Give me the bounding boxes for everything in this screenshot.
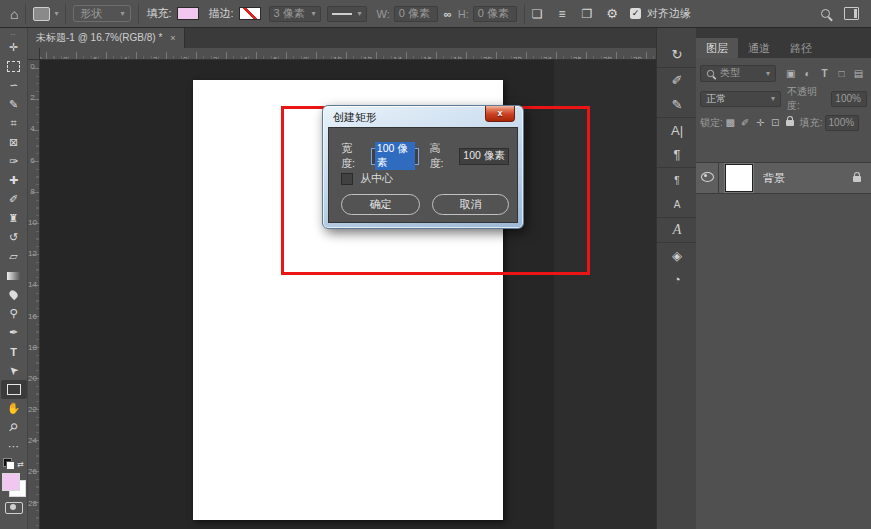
eye-icon bbox=[701, 172, 714, 182]
cancel-button[interactable]: 取消 bbox=[432, 194, 509, 215]
align-edges-checkbox[interactable]: ✓ bbox=[630, 8, 641, 19]
history-brush-tool[interactable]: ↺ bbox=[1, 228, 27, 247]
type-tool[interactable]: T bbox=[1, 342, 27, 361]
lock-all-icon[interactable] bbox=[783, 117, 798, 128]
stroke-swatch[interactable] bbox=[239, 7, 261, 20]
dialog-close-button[interactable]: x bbox=[485, 106, 515, 122]
height-input[interactable]: 0 像素 bbox=[473, 6, 517, 22]
quick-select-tool[interactable]: ✎ bbox=[1, 95, 27, 114]
swap-colors-icon[interactable]: ⇄ bbox=[17, 460, 24, 469]
pen-tool[interactable]: ✒ bbox=[1, 323, 27, 342]
marquee-icon bbox=[7, 61, 20, 72]
brushes-panel-icon[interactable]: ✎ bbox=[657, 92, 697, 117]
timeline-panel-icon[interactable]: ◔ bbox=[657, 267, 697, 292]
dodge-tool[interactable]: ⚲ bbox=[1, 304, 27, 323]
stroke-width-select[interactable]: 3 像素 ▾ bbox=[269, 6, 321, 22]
paragraph-styles-panel-icon[interactable]: ¶ bbox=[657, 167, 697, 192]
brush-settings-glyph: ✐ bbox=[672, 73, 683, 88]
search-icon[interactable] bbox=[821, 9, 830, 18]
lock-position-icon[interactable]: ✛ bbox=[753, 117, 768, 128]
panel-group: 图层 通道 路径 类型 ▾ ▣ ◐ T □ ▤ 正常 bbox=[696, 28, 871, 529]
gear-icon[interactable]: ⚙ bbox=[606, 6, 618, 21]
chevron-down-icon[interactable]: ▾ bbox=[54, 9, 58, 18]
zoom-tool[interactable]: ⚲ bbox=[1, 418, 27, 437]
ruler-vertical[interactable]: 024681012141618202224262830 bbox=[28, 60, 40, 529]
path-operations-icon[interactable]: ❏ bbox=[532, 7, 543, 21]
shape-mode-select[interactable]: 形状 ▾ bbox=[73, 5, 131, 22]
lasso-tool[interactable]: ∽ bbox=[1, 76, 27, 95]
gradient-tool[interactable] bbox=[1, 266, 27, 285]
blend-mode-select[interactable]: 正常 ▾ bbox=[700, 91, 781, 107]
ok-button[interactable]: 确定 bbox=[341, 194, 420, 215]
marquee-tool[interactable] bbox=[1, 57, 27, 76]
width-field-label: 宽度: bbox=[341, 141, 366, 171]
rect-height-input[interactable]: 100 像素 bbox=[459, 148, 509, 165]
layer-filter-select[interactable]: 类型 ▾ bbox=[700, 65, 776, 82]
frame-tool[interactable]: ⊠ bbox=[1, 133, 27, 152]
fill-label: 填充: bbox=[146, 6, 171, 21]
crop-tool[interactable]: ⌗ bbox=[1, 114, 27, 133]
rectangle-tool[interactable] bbox=[1, 380, 27, 399]
link-dimensions-icon[interactable]: ∞ bbox=[444, 8, 452, 20]
height-label: H: bbox=[458, 8, 469, 20]
healing-brush-tool[interactable]: ✚ bbox=[1, 171, 27, 190]
foreground-swatch[interactable] bbox=[2, 473, 20, 491]
character-panel-icon[interactable]: A| bbox=[657, 117, 697, 142]
opacity-input[interactable]: 100% bbox=[831, 91, 867, 107]
filter-adjustment-icon[interactable]: ◐ bbox=[799, 68, 816, 79]
tab-channels[interactable]: 通道 bbox=[738, 38, 780, 58]
blur-tool[interactable] bbox=[1, 285, 27, 304]
default-colors[interactable]: ⇄ bbox=[1, 456, 27, 472]
stroke-style-select[interactable]: ▾ bbox=[327, 6, 367, 22]
filter-pixel-icon[interactable]: ▣ bbox=[782, 68, 799, 79]
lock-transparent-icon[interactable]: ▩ bbox=[723, 117, 738, 128]
quick-mask-icon bbox=[5, 502, 23, 514]
character-styles-panel-icon[interactable]: A bbox=[657, 192, 697, 217]
tool-preset-icon[interactable] bbox=[33, 7, 50, 21]
brush-settings-panel-icon[interactable]: ✐ bbox=[657, 67, 697, 92]
filter-smart-object-icon[interactable]: ▤ bbox=[850, 68, 867, 79]
home-icon[interactable]: ⌂ bbox=[10, 6, 18, 22]
layer-name[interactable]: 背景 bbox=[763, 171, 785, 186]
more-tools[interactable]: ⋯ bbox=[1, 437, 27, 456]
create-rectangle-dialog[interactable]: 创建矩形 x 宽度: 100 像素 高度: 100 像素 从中心 确定 取消 bbox=[322, 105, 524, 229]
fill-swatch[interactable] bbox=[177, 7, 199, 20]
stroke-label: 描边: bbox=[209, 6, 234, 21]
brush-tool[interactable]: ✐ bbox=[1, 190, 27, 209]
quick-mask-tool[interactable] bbox=[1, 498, 27, 517]
filter-shape-icon[interactable]: □ bbox=[833, 68, 850, 79]
from-center-checkbox[interactable] bbox=[341, 173, 353, 185]
ruler-horizontal[interactable]: 108642024681012141618202224262830 bbox=[40, 48, 656, 60]
path-select-tool[interactable]: ➤ bbox=[1, 361, 27, 380]
layer-row-background[interactable]: 背景 bbox=[696, 162, 871, 194]
lock-image-icon[interactable]: ✐ bbox=[738, 117, 753, 128]
visibility-toggle[interactable] bbox=[696, 172, 718, 184]
fill-input[interactable]: 100% bbox=[825, 115, 859, 131]
clone-stamp-tool[interactable]: ♜ bbox=[1, 209, 27, 228]
filter-type-icon[interactable]: T bbox=[816, 68, 833, 79]
eyedropper-tool[interactable]: ✑ bbox=[1, 152, 27, 171]
hand-tool[interactable]: ✋ bbox=[1, 399, 27, 418]
rect-width-input[interactable]: 100 像素 bbox=[371, 148, 419, 165]
move-icon: ✛ bbox=[9, 41, 18, 54]
width-input[interactable]: 0 像素 bbox=[394, 6, 438, 22]
document-tab[interactable]: 未标题-1 @ 16.7%(RGB/8) * × bbox=[28, 28, 185, 48]
close-icon[interactable]: × bbox=[170, 33, 175, 43]
history-panel-icon[interactable]: ↻ bbox=[657, 42, 697, 67]
tab-layers[interactable]: 图层 bbox=[696, 38, 738, 58]
align-edges-label: 对齐边缘 bbox=[647, 6, 691, 21]
path-arrangement-icon[interactable]: ❐ bbox=[581, 7, 592, 21]
paragraph-panel-icon[interactable]: ¶ bbox=[657, 142, 697, 167]
path-alignment-icon[interactable]: ≡ bbox=[558, 7, 565, 21]
lock-artboard-icon[interactable]: ⊡ bbox=[768, 117, 783, 128]
tab-paths[interactable]: 路径 bbox=[780, 38, 822, 58]
move-tool[interactable]: ✛ bbox=[1, 38, 27, 57]
type-icon: T bbox=[10, 346, 17, 358]
workspace-icon[interactable] bbox=[844, 7, 859, 20]
toolbox-collapse-icon[interactable]: ‥ bbox=[10, 28, 16, 38]
layer-thumbnail[interactable] bbox=[725, 164, 753, 192]
eraser-tool[interactable]: ▱ bbox=[1, 247, 27, 266]
color-swatches[interactable] bbox=[1, 472, 27, 498]
glyphs-panel-icon[interactable]: A bbox=[657, 217, 697, 242]
3d-panel-icon[interactable]: ◈ bbox=[657, 242, 697, 267]
